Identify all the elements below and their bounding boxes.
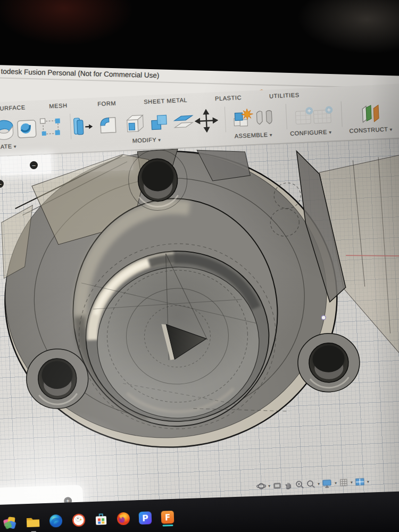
group-create[interactable]: ATE ▾: [0, 143, 16, 149]
microsoft-store-icon[interactable]: [94, 512, 109, 527]
press-pull-icon[interactable]: [71, 114, 95, 139]
group-assemble[interactable]: ASSEMBLE ▾: [235, 131, 272, 139]
surface-patch-icon[interactable]: [0, 118, 16, 142]
browser-collapse-button[interactable]: –: [30, 161, 38, 169]
tab-utilities[interactable]: UTILITIES: [269, 92, 300, 99]
group-configure[interactable]: CONFIGURE ▾: [290, 128, 331, 137]
tab-surface[interactable]: URFACE: [0, 104, 26, 111]
tab-sheet-metal[interactable]: SHEET METAL: [144, 97, 187, 105]
group-modify[interactable]: MODIFY ▾: [132, 136, 161, 144]
display-settings-icon[interactable]: [322, 478, 333, 488]
tab-form[interactable]: FORM: [97, 100, 116, 107]
combine-icon[interactable]: [148, 111, 172, 135]
fillet-icon[interactable]: [96, 113, 120, 137]
active-app-indicator: [162, 525, 173, 527]
box-hole-icon[interactable]: [15, 117, 39, 141]
tab-plastic[interactable]: PLASTIC: [215, 94, 242, 102]
monitor-bezel: [0, 0, 399, 77]
fit-icon[interactable]: [306, 479, 316, 489]
photos-icon[interactable]: [2, 515, 18, 530]
minus-glyph: –: [32, 162, 35, 168]
look-at-icon[interactable]: [272, 480, 282, 491]
zoom-icon[interactable]: [295, 479, 305, 489]
new-component-icon[interactable]: [230, 107, 255, 131]
joint-icon[interactable]: [252, 106, 277, 130]
ambient-glow-right: [297, 0, 399, 55]
offset-face-icon[interactable]: [171, 110, 196, 134]
tab-mesh[interactable]: MESH: [49, 102, 68, 110]
display-dropdown[interactable]: ▾: [335, 480, 337, 485]
orbit-dropdown[interactable]: ▾: [268, 484, 270, 488]
orbit-icon[interactable]: [256, 481, 267, 491]
monitor-photo: – – todesk Fusion Personal (Not for Comm…: [0, 0, 399, 532]
viewports-icon[interactable]: [355, 477, 365, 487]
fusion-360-icon[interactable]: F: [160, 510, 175, 525]
grid-snaps-icon[interactable]: [339, 478, 349, 488]
file-explorer-icon[interactable]: [26, 514, 41, 529]
pandora-icon[interactable]: P: [138, 510, 153, 526]
move-copy-icon[interactable]: [194, 109, 219, 133]
shell-icon[interactable]: [122, 112, 147, 136]
star-burst: [241, 109, 253, 120]
grid-dropdown[interactable]: ▾: [351, 480, 353, 485]
mesh-select-icon[interactable]: [39, 115, 63, 140]
group-construct[interactable]: CONSTRUCT ▾: [349, 126, 392, 134]
viewports-dropdown[interactable]: ▾: [367, 479, 369, 484]
duckduckgo-icon[interactable]: [71, 512, 87, 528]
construct-plane-icon[interactable]: [357, 101, 385, 127]
edge-icon[interactable]: [48, 513, 64, 529]
ambient-glow-left: [0, 0, 134, 47]
sketch-point[interactable]: [321, 315, 326, 320]
pan-icon[interactable]: [284, 480, 294, 490]
configure-table-icon[interactable]: [311, 103, 336, 128]
pandora-letter: P: [142, 513, 149, 523]
fit-dropdown[interactable]: ▾: [318, 481, 320, 486]
firefox-icon[interactable]: [116, 511, 131, 527]
fusion-letter: F: [165, 513, 171, 522]
